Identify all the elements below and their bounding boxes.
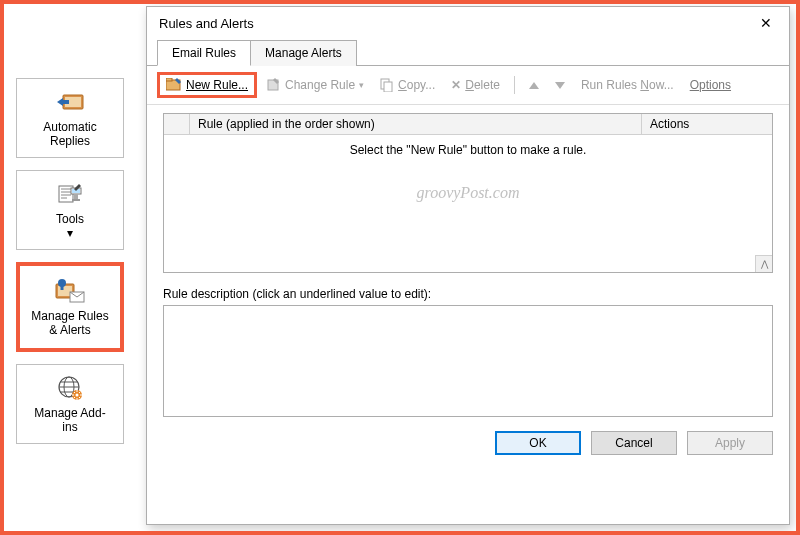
arrow-down-icon	[555, 82, 565, 89]
sidebar: AutomaticReplies Tools▾	[4, 4, 136, 531]
sidebar-label: AutomaticReplies	[43, 121, 96, 149]
dialog-title: Rules and Alerts	[159, 16, 254, 31]
actions-column-header[interactable]: Actions	[642, 114, 772, 134]
svg-rect-20	[384, 82, 392, 92]
apply-button[interactable]: Apply	[687, 431, 773, 455]
tools-icon	[55, 179, 85, 209]
toolbar: New Rule... Change Rule ▾ CCopy...opy...…	[147, 66, 789, 105]
svg-rect-10	[61, 286, 64, 290]
move-up-button[interactable]	[523, 79, 545, 92]
separator	[514, 76, 515, 94]
scroll-down-button[interactable]: ⋀	[755, 255, 772, 272]
tab-manage-alerts[interactable]: Manage Alerts	[250, 40, 357, 66]
new-rule-icon	[166, 78, 182, 92]
new-rule-button[interactable]: New Rule...	[157, 72, 257, 98]
rule-list-empty-text: Select the "New Rule" button to make a r…	[164, 135, 772, 157]
ok-button[interactable]: OK	[495, 431, 581, 455]
svg-rect-17	[166, 78, 172, 81]
arrow-up-icon	[529, 82, 539, 89]
copy-icon	[380, 78, 394, 92]
delete-button[interactable]: ✕ Delete	[445, 75, 506, 95]
close-icon: ✕	[760, 15, 772, 31]
rule-list[interactable]: Rule (applied in the order shown) Action…	[163, 113, 773, 273]
rule-column-header[interactable]: Rule (applied in the order shown)	[190, 114, 642, 134]
chevron-down-icon: ⋀	[761, 259, 768, 269]
delete-icon: ✕	[451, 78, 461, 92]
change-rule-button[interactable]: Change Rule ▾	[261, 75, 370, 95]
sidebar-label: Manage Add-ins	[34, 407, 105, 435]
rules-and-alerts-dialog: Rules and Alerts ✕ Email Rules Manage Al…	[146, 6, 790, 525]
sidebar-label: Manage Rules& Alerts	[31, 310, 108, 338]
titlebar: Rules and Alerts ✕	[147, 7, 789, 39]
svg-rect-6	[72, 199, 80, 201]
rule-list-header: Rule (applied in the order shown) Action…	[164, 114, 772, 135]
cancel-button[interactable]: Cancel	[591, 431, 677, 455]
dialog-buttons: OK Cancel Apply	[147, 417, 789, 465]
checkbox-column[interactable]	[164, 114, 190, 134]
rule-description-label: Rule description (click an underlined va…	[163, 287, 773, 301]
change-rule-label: Change Rule	[285, 78, 355, 92]
copy-button[interactable]: CCopy...opy...	[374, 75, 441, 95]
rule-description-box[interactable]	[163, 305, 773, 417]
run-rules-now-button[interactable]: Run Rules Now...	[575, 75, 680, 95]
dropdown-icon: ▾	[359, 80, 364, 90]
close-button[interactable]: ✕	[751, 11, 781, 35]
sidebar-label: Tools▾	[56, 213, 84, 241]
change-rule-icon	[267, 78, 281, 92]
manage-addins-icon	[57, 373, 83, 403]
tabs: Email Rules Manage Alerts	[147, 39, 789, 66]
tools-button[interactable]: Tools▾	[16, 170, 124, 250]
manage-rules-alerts-icon	[54, 276, 86, 306]
svg-rect-5	[74, 194, 78, 199]
automatic-replies-icon	[55, 87, 85, 117]
move-down-button[interactable]	[549, 79, 571, 92]
tab-email-rules[interactable]: Email Rules	[157, 40, 251, 66]
automatic-replies-button[interactable]: AutomaticReplies	[16, 78, 124, 158]
manage-rules-alerts-button[interactable]: Manage Rules& Alerts	[16, 262, 124, 352]
options-label: Options	[690, 78, 731, 92]
options-button[interactable]: Options	[684, 75, 737, 95]
svg-point-9	[58, 279, 66, 287]
new-rule-label: New Rule...	[186, 78, 248, 92]
watermark: groovyPost.com	[417, 184, 520, 202]
manage-addins-button[interactable]: Manage Add-ins	[16, 364, 124, 444]
svg-point-15	[76, 394, 79, 397]
